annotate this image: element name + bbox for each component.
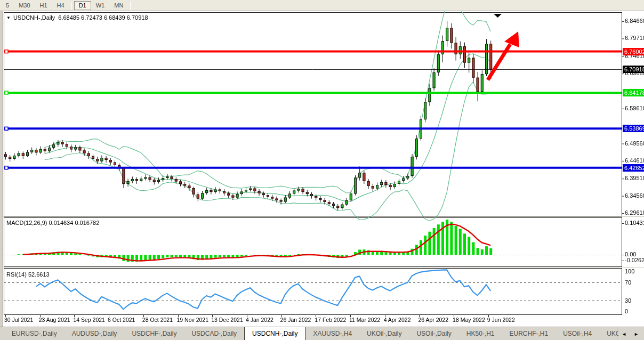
price-axis-tick: 6.39510 [625,175,644,181]
price-axis-tick: 6.79710 [625,35,644,41]
chart-ohlc-values: 6.68485 6.72473 6.68439 6.70918 [58,14,148,21]
date-axis-tick: 17 Feb 2022 [315,317,346,323]
tab-usdcad-daily[interactable]: USDCAD-,Daily [184,327,244,340]
tab-ukoil-h4[interactable]: UKOil-,H4 [599,327,618,340]
timeframe-button-h1[interactable]: H1 [35,1,52,10]
toolbar-separator [130,2,131,10]
price-axis-tick: 6.49560 [625,140,644,147]
date-axis-tick: 19 Nov 2021 [177,317,209,323]
price-line-badge: 6.64178 [623,89,644,96]
tab-usoil-daily[interactable]: USOil-,Daily [409,327,458,340]
tab-hk50-h1[interactable]: HK50-,H1 [459,327,502,340]
tabs-scroll-left-button[interactable]: ◄ [622,331,626,337]
date-axis-tick: 11 Mar 2022 [349,317,380,323]
date-axis-tick: 23 Aug 2021 [39,317,70,323]
tab-usdchf-daily[interactable]: USDCHF-,Daily [124,327,184,340]
timeframe-button-m30[interactable]: M30 [14,1,35,10]
rsi-axis-tick: 100 [625,268,634,274]
symbol-tabs: EURUSD-,DailyAUDUSD-,DailyUSDCHF-,DailyU… [0,327,618,340]
date-axis-tick: 6 Oct 2021 [108,317,135,323]
date-axis-tick: 9 Jun 2022 [487,317,515,323]
chart-symbol: USDCNH-,Daily [13,14,55,21]
price-line-badge: 6.42652 [623,164,644,172]
date-axis-tick: 4 Apr 2022 [384,317,411,323]
timeframe-button-h4[interactable]: H4 [52,1,69,10]
rsi-axis-tick: 0 [625,308,628,314]
current-price-badge: 6.70918 [623,66,644,73]
tab-usoil-h4[interactable]: USOil-,H4 [556,327,599,340]
timeframe-button-mn[interactable]: MN [109,1,128,10]
chart-title: ▼USDCNH-,Daily 6.68485 6.72473 6.68439 6… [6,14,148,21]
timeframe-toolbar: 5M30H1H4D1W1MN [0,0,644,11]
price-axis-tick: 6.84660 [625,18,644,24]
date-axis-tick: 13 Dec 2021 [211,317,243,323]
symbol-tab-bar: EURUSD-,DailyAUDUSD-,DailyUSDCHF-,DailyU… [0,327,644,340]
macd-axis-tick: 0.104313 [625,220,644,226]
tab-eurchf-h1[interactable]: EURCHF-,H1 [502,327,556,340]
date-axis-tick: 30 Jul 2021 [4,317,33,323]
symbol-dropdown-icon: ▼ [6,15,11,20]
macd-axis-tick: -0.026249 [625,257,644,263]
toolbar-separator [71,2,72,10]
rsi-axis-tick: 70 [625,279,631,286]
price-line-badge: 6.76002 [623,48,644,55]
tab-ukoil-daily[interactable]: UKOil-,Daily [359,327,409,340]
date-axis-tick: 4 Jan 2022 [246,317,273,323]
price-axis-tick: 6.34560 [625,192,644,199]
tab-eurusd-daily[interactable]: EURUSD-,Daily [4,327,65,340]
date-axis-tick: 14 Sep 2021 [73,317,105,323]
date-axis-tick: 18 May 2022 [453,317,485,323]
timeframe-button-d1[interactable]: D1 [74,1,91,10]
macd-indicator-label: MACD(12,26,9) 0.014634 0.016782 [6,220,99,226]
price-axis-tick: 6.44610 [625,157,644,164]
date-axis-tick: 28 Oct 2021 [142,317,173,323]
timeframe-button-5[interactable]: 5 [1,1,14,10]
date-axis-tick: 26 Jan 2022 [280,317,311,323]
timeframe-button-w1[interactable]: W1 [91,1,110,10]
chart-window: ▼USDCNH-,Daily 6.68485 6.72473 6.68439 6… [0,11,644,327]
price-axis-tick: 6.29610 [625,209,644,216]
price-line-badge: 6.53869 [623,125,644,132]
price-axis-tick: 6.59610 [625,105,644,111]
tab-xauusd-h4[interactable]: XAUUSD-,H4 [305,327,359,340]
rsi-indicator-label: RSI(14) 52.6613 [6,271,50,278]
chart-canvas[interactable] [0,11,644,327]
rsi-axis-tick: 30 [625,297,631,304]
tab-audusd-daily[interactable]: AUDUSD-,Daily [65,327,125,340]
date-axis-tick: 26 Apr 2022 [418,317,448,323]
tabs-scroll-right-button[interactable]: ► [634,331,639,337]
tab-scroll-controls: ◄ ► [617,327,643,340]
tab-usdcnh-daily[interactable]: USDCNH-,Daily [244,327,305,340]
